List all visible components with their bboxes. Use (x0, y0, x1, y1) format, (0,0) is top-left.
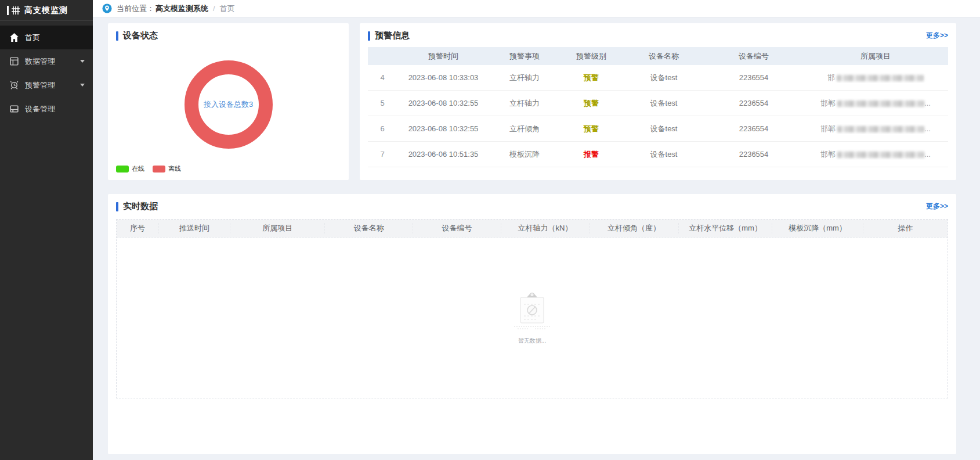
device-name: 设备test (623, 124, 704, 134)
table-row: 5 2023-06-08 10:32:55 立杆轴力 预警 设备test 223… (368, 91, 948, 116)
breadcrumb-prefix: 当前位置： (117, 3, 154, 14)
column-header: 预警时间 (397, 51, 490, 62)
redacted-bar (837, 152, 924, 158)
table-row: 6 2023-06-08 10:32:55 立杆倾角 预警 设备test 223… (368, 116, 948, 142)
sidebar-item-label: 首页 (25, 33, 40, 43)
device-code: 2236554 (704, 124, 803, 133)
realtime-table-header: 序号 推送时间 所属项目 设备名称 设备编号 立杆轴力（kN） 立杆倾角（度） … (117, 220, 948, 238)
warning-level-badge: 预警 (559, 124, 623, 134)
app-logo: 高支模监测 (0, 0, 93, 21)
offline-swatch-icon (153, 166, 165, 172)
donut-center-label: 接入设备总数3 (204, 99, 253, 110)
warning-info-title: 预警信息 (375, 30, 410, 41)
project-visible-text: 邯郸 (820, 150, 836, 159)
column-header: 模板沉降（mm） (772, 223, 864, 233)
content: 设备状态 接入设备总数3 在线 离线 (93, 17, 980, 454)
device-status-title: 设备状态 (123, 30, 158, 41)
column-header: 立杆倾角（度） (590, 223, 679, 233)
breadcrumb-system-link[interactable]: 高支模监测系统 (156, 3, 208, 14)
warning-table-body: 4 2023-06-08 10:33:03 立杆轴力 预警 设备test 223… (368, 65, 948, 167)
project-ellipsis: ... (924, 150, 931, 159)
legend-item-offline: 离线 (153, 164, 181, 173)
realtime-more-link[interactable]: 更多>> (926, 202, 948, 211)
redacted-bar (837, 75, 924, 81)
warning-level-badge: 预警 (559, 73, 623, 83)
warning-table-header: 预警时间 预警事项 预警级别 设备名称 设备编号 所属项目 (368, 47, 948, 65)
realtime-data-title: 实时数据 (123, 201, 158, 212)
row-index: 4 (368, 73, 397, 82)
warning-table: 预警时间 预警事项 预警级别 设备名称 设备编号 所属项目 4 2023-06-… (368, 47, 948, 167)
warning-time: 2023-06-06 10:51:35 (397, 150, 490, 159)
device-name: 设备test (623, 73, 704, 83)
column-header: 设备编号 (413, 223, 501, 233)
breadcrumb-separator: / (213, 4, 215, 13)
column-header: 预警级别 (559, 51, 623, 62)
device-name: 设备test (623, 98, 704, 109)
sidebar-item-data-management[interactable]: 数据管理 (0, 49, 93, 73)
column-header: 推送时间 (159, 223, 230, 233)
breadcrumb-current: 首页 (220, 3, 235, 14)
app-window: 高支模监测 首页 数据管理 (0, 0, 980, 460)
title-bar-icon (116, 31, 118, 41)
home-icon (9, 33, 19, 42)
row-index: 6 (368, 124, 397, 133)
column-header: 预警事项 (490, 51, 559, 62)
sidebar-item-label: 预警管理 (25, 80, 55, 91)
warning-item: 立杆轴力 (490, 98, 559, 109)
realtime-table: 序号 推送时间 所属项目 设备名称 设备编号 立杆轴力（kN） 立杆倾角（度） … (116, 219, 948, 398)
warning-item: 立杆轴力 (490, 73, 559, 83)
warning-item: 立杆倾角 (490, 124, 559, 134)
project-ellipsis: ... (924, 124, 931, 133)
breadcrumb: 当前位置： 高支模监测系统 / 首页 (93, 0, 980, 17)
title-bar-icon (116, 202, 118, 211)
sidebar-menu: 首页 数据管理 (0, 21, 93, 121)
column-header: 设备名称 (325, 223, 413, 233)
project-name: 邯郸... (803, 124, 948, 134)
alarm-management-icon (9, 80, 19, 90)
project-visible-text: 邯 (827, 73, 835, 82)
sidebar-item-home[interactable]: 首页 (0, 26, 93, 49)
column-header: 操作 (863, 223, 948, 233)
warning-info-panel: 预警信息 更多>> 预警时间 预警事项 预警级别 设备名称 设备编号 所属项目 (360, 23, 956, 180)
device-code: 2236554 (704, 150, 803, 159)
project-name: 邯郸... (803, 98, 948, 109)
device-management-icon (9, 104, 19, 114)
project-visible-text: 邯郸 (820, 124, 836, 133)
row-index: 7 (368, 150, 397, 159)
column-header: 立杆轴力（kN） (501, 223, 590, 233)
device-status-donut-chart: 接入设备总数3 (185, 60, 273, 149)
donut-legend: 在线 离线 (116, 164, 181, 173)
redacted-bar (837, 100, 924, 107)
column-header: 所属项目 (230, 223, 325, 233)
project-name: 邯郸... (803, 149, 948, 160)
realtime-data-panel: 实时数据 更多>> 序号 推送时间 所属项目 设备名称 设备编号 立杆轴力（kN… (108, 194, 956, 454)
legend-item-online: 在线 (116, 164, 144, 173)
app-title: 高支模监测 (24, 5, 68, 16)
project-ellipsis: ... (924, 99, 931, 107)
online-swatch-icon (116, 166, 129, 172)
warning-level-badge: 预警 (559, 98, 623, 109)
sidebar-item-device-management[interactable]: 设备管理 (0, 97, 93, 121)
warning-more-link[interactable]: 更多>> (926, 31, 948, 41)
device-code: 2236554 (704, 73, 803, 82)
logo-grid-icon (11, 6, 20, 15)
device-code: 2236554 (704, 99, 803, 107)
row-index: 5 (368, 99, 397, 107)
device-status-panel: 设备状态 接入设备总数3 在线 离线 (108, 23, 349, 180)
column-header: 立杆水平位移（mm） (679, 223, 772, 233)
warning-item: 模板沉降 (490, 149, 559, 160)
main-area: 当前位置： 高支模监测系统 / 首页 设备状态 接入设备总数3 (93, 0, 980, 460)
project-name: 邯 (803, 73, 948, 83)
table-row: 4 2023-06-08 10:33:03 立杆轴力 预警 设备test 223… (368, 65, 948, 91)
title-bar-icon (368, 31, 370, 41)
table-row: 7 2023-06-06 10:51:35 模板沉降 报警 设备test 223… (368, 142, 948, 167)
sidebar-item-warning-management[interactable]: 预警管理 (0, 73, 93, 97)
device-name: 设备test (623, 149, 704, 160)
warning-time: 2023-06-08 10:32:55 (397, 99, 490, 107)
sidebar-item-label: 数据管理 (25, 56, 55, 67)
empty-state: 暂无数据... (513, 290, 551, 345)
realtime-table-body: 暂无数据... (117, 238, 948, 398)
chevron-down-icon (80, 84, 85, 87)
column-header: 设备名称 (623, 51, 704, 62)
column-header: 设备编号 (704, 51, 803, 62)
